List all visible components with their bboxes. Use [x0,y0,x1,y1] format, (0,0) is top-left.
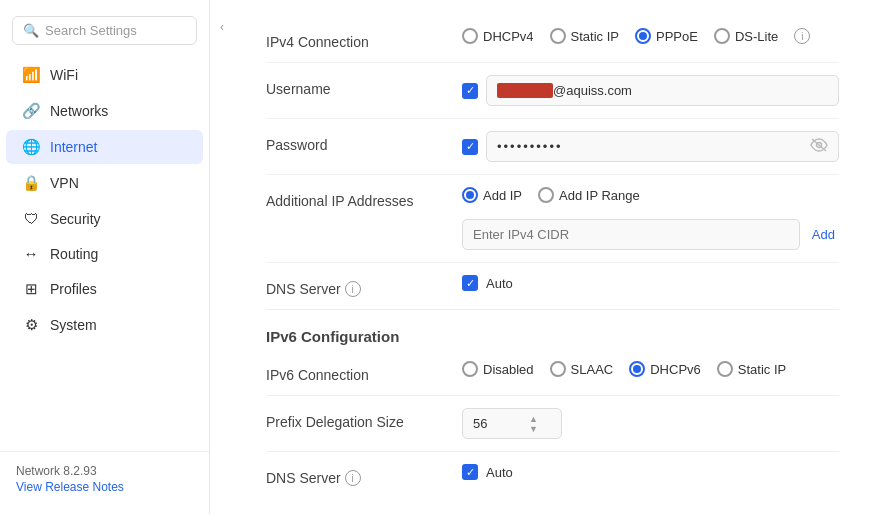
vpn-icon: 🔒 [22,174,40,192]
username-row: Username xxxxxxxx@aquiss.com [266,63,839,119]
radio-dhcpv4[interactable]: DHCPv4 [462,28,534,44]
dns-v4-auto-row: Auto [462,275,513,291]
radio-slaac-label: SLAAC [571,362,614,377]
dns-v6-auto-row: Auto [462,464,513,480]
radio-static-ip-v6-label: Static IP [738,362,786,377]
stepper-up[interactable]: ▲ [529,414,538,424]
dns-v6-row: DNS Server i Auto [266,452,839,498]
radio-static-ip-v6-circle [717,361,733,377]
radio-static-ip-label: Static IP [571,29,619,44]
sidebar-item-vpn[interactable]: 🔒 VPN [6,166,203,200]
radio-ds-lite-label: DS-Lite [735,29,778,44]
radio-pppoe[interactable]: PPPoE [635,28,698,44]
collapse-button[interactable]: ‹ [210,0,234,514]
username-control: xxxxxxxx@aquiss.com [462,75,839,106]
radio-slaac[interactable]: SLAAC [550,361,614,377]
network-icon: 🔗 [22,102,40,120]
wifi-icon: 📶 [22,66,40,84]
radio-add-ip-range[interactable]: Add IP Range [538,187,640,203]
sidebar: 🔍 Search Settings 📶 WiFi 🔗 Networks 🌐 In… [0,0,210,514]
cidr-input[interactable] [462,219,800,250]
sidebar-item-wifi[interactable]: 📶 WiFi [6,58,203,92]
radio-add-ip[interactable]: Add IP [462,187,522,203]
ipv6-header-label: IPv6 Configuration [266,322,446,345]
sidebar-item-security[interactable]: 🛡 Security [6,202,203,235]
password-checkbox[interactable] [462,139,478,155]
radio-dhcpv4-label: DHCPv4 [483,29,534,44]
username-display[interactable]: xxxxxxxx@aquiss.com [486,75,839,106]
radio-dhcpv6-label: DHCPv6 [650,362,701,377]
release-notes-link[interactable]: View Release Notes [16,480,124,494]
sidebar-item-routing[interactable]: ↔ Routing [6,237,203,270]
profiles-icon: ⊞ [22,280,40,298]
username-checkbox[interactable] [462,83,478,99]
system-icon: ⚙ [22,316,40,334]
password-control [462,131,839,162]
radio-slaac-circle [550,361,566,377]
ipv6-connection-row: IPv6 Connection Disabled SLAAC DHCPv6 [266,349,839,396]
sidebar-item-label: Routing [50,246,98,262]
dns-v6-info-icon[interactable]: i [345,470,361,486]
dns-v6-checkbox[interactable] [462,464,478,480]
ipv4-connection-row: IPv4 Connection DHCPv4 Static IP PPPoE [266,16,839,63]
routing-icon: ↔ [22,245,40,262]
search-box[interactable]: 🔍 Search Settings [12,16,197,45]
radio-add-ip-range-label: Add IP Range [559,188,640,203]
stepper-down[interactable]: ▼ [529,424,538,434]
dns-v6-label: DNS Server i [266,464,446,486]
sidebar-item-label: Internet [50,139,97,155]
chevron-left-icon: ‹ [220,20,224,34]
dns-v4-checkbox[interactable] [462,275,478,291]
ipv4-label: IPv4 Connection [266,28,446,50]
sidebar-item-internet[interactable]: 🌐 Internet [6,130,203,164]
version-text: Network 8.2.93 [16,464,193,478]
radio-dhcpv6[interactable]: DHCPv6 [629,361,701,377]
ipv6-options: Disabled SLAAC DHCPv6 Static IP [462,361,839,377]
prefix-delegation-control: ▲ ▼ [462,408,839,439]
dns-v4-row: DNS Server i Auto [266,263,839,310]
additional-ip-row: Additional IP Addresses Add IP Add IP Ra… [266,175,839,263]
ipv4-radio-group: DHCPv4 Static IP PPPoE DS-Lite i [462,28,810,44]
radio-ds-lite[interactable]: DS-Lite [714,28,778,44]
additional-ip-radio-group: Add IP Add IP Range [462,187,640,203]
search-input[interactable]: Search Settings [45,23,137,38]
toggle-password-icon[interactable] [800,138,838,155]
dns-v4-info-icon[interactable]: i [345,281,361,297]
ipv4-options: DHCPv4 Static IP PPPoE DS-Lite i [462,28,839,44]
radio-ds-lite-circle [714,28,730,44]
radio-static-ip[interactable]: Static IP [550,28,619,44]
sidebar-item-system[interactable]: ⚙ System [6,308,203,342]
prefix-input[interactable] [463,409,523,438]
sidebar-item-profiles[interactable]: ⊞ Profiles [6,272,203,306]
ipv6-label: IPv6 Connection [266,361,446,383]
radio-pppoe-label: PPPoE [656,29,698,44]
radio-disabled-label: Disabled [483,362,534,377]
password-input[interactable] [487,132,800,161]
username-redacted: xxxxxxxx [497,83,553,98]
password-input-row [462,131,839,162]
radio-add-ip-label: Add IP [483,188,522,203]
dns-v4-label: DNS Server i [266,275,446,297]
radio-dhcpv6-circle [629,361,645,377]
search-icon: 🔍 [23,23,39,38]
password-input-wrapper [486,131,839,162]
sidebar-item-networks[interactable]: 🔗 Networks [6,94,203,128]
radio-add-ip-range-circle [538,187,554,203]
sidebar-item-label: WiFi [50,67,78,83]
content-area: IPv4 Connection DHCPv4 Static IP PPPoE [234,0,871,514]
shield-icon: 🛡 [22,210,40,227]
radio-static-ip-circle [550,28,566,44]
prefix-stepper[interactable]: ▲ ▼ [523,412,544,436]
prefix-delegation-row: Prefix Delegation Size ▲ ▼ [266,396,839,452]
add-cidr-button[interactable]: Add [808,220,839,249]
ipv4-info-icon[interactable]: i [794,28,810,44]
radio-add-ip-circle [462,187,478,203]
password-label: Password [266,131,446,153]
radio-disabled[interactable]: Disabled [462,361,534,377]
cidr-row: Add [462,219,839,250]
dns-v6-control: Auto [462,464,839,480]
sidebar-item-label: Profiles [50,281,97,297]
sidebar-item-label: Security [50,211,101,227]
username-label: Username [266,75,446,97]
radio-static-ip-v6[interactable]: Static IP [717,361,786,377]
